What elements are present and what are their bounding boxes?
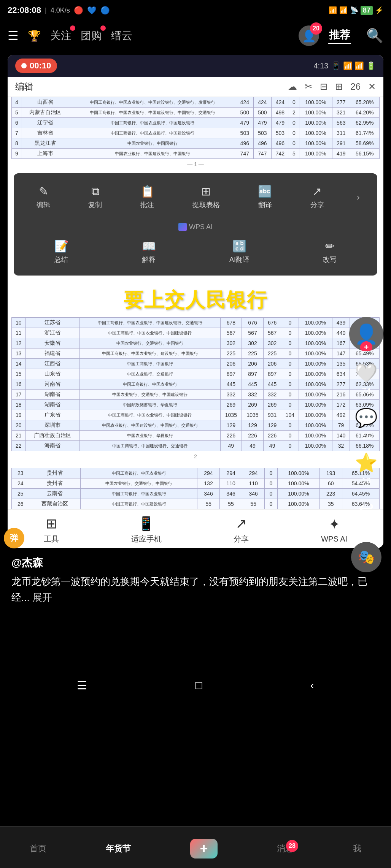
rewrite-icon: ✏ bbox=[325, 239, 335, 253]
doc-card: 00:10 4:13 📱 📶 📶 🔋 编辑 ☁ ✂ ⊟ ⊞ 26 ✕ bbox=[8, 55, 383, 548]
table-row: 19广东省中国工商银行、中国农业银行、中国建设银行 10351035931104… bbox=[12, 410, 380, 420]
menu-row-1: ✎ 编辑 ⧉ 复制 📋 批注 ⊞ 提取表格 🔤 翻译 bbox=[17, 179, 374, 215]
search-icon[interactable]: 🔍 bbox=[366, 28, 383, 44]
sidebar-share[interactable]: ↩ 21 bbox=[359, 497, 374, 531]
coin-icon[interactable]: 🏆 bbox=[28, 30, 41, 42]
sidebar-comment[interactable]: 💬 16 bbox=[355, 407, 378, 441]
rec-time-info: 4:13 📱 📶 📶 🔋 bbox=[313, 61, 376, 70]
follow-plus-icon[interactable]: + bbox=[360, 341, 372, 351]
table-row: 8黑龙江省中国农业银行、中国国银行 4964964960100.00%29158… bbox=[12, 138, 380, 149]
doc-tool-share[interactable]: ↗ 分享 bbox=[234, 516, 249, 544]
signal-icon: 📶 bbox=[329, 6, 337, 14]
edit-toolbar: 编辑 ☁ ✂ ⊟ ⊞ 26 ✕ bbox=[8, 77, 383, 97]
doc-tool-tools[interactable]: ⊞ 工具 bbox=[44, 516, 59, 544]
favorites-count: 16 bbox=[362, 476, 371, 486]
home-label: 首页 bbox=[30, 843, 46, 854]
nav-item-group[interactable]: 团购 bbox=[81, 29, 102, 43]
sidebar-like[interactable]: 🤍 74 bbox=[355, 363, 378, 396]
menu-divider bbox=[17, 218, 374, 218]
doc-tool-fit[interactable]: 📱 适应手机 bbox=[131, 516, 162, 544]
table-row: 16河南省中国工商银行、中国农业银行 4454454450100.00%2776… bbox=[12, 379, 380, 390]
nav-messages[interactable]: 消息 28 bbox=[277, 843, 294, 854]
menu-copy[interactable]: ⧉ 复制 bbox=[83, 182, 107, 212]
wpsai-label: WPS AI bbox=[321, 535, 347, 543]
table-row: 13福建省中国工商银行、中国农业银行、建设银行、中国银行 22522522501… bbox=[12, 348, 380, 359]
num-icon[interactable]: 26 bbox=[350, 81, 361, 92]
nav-item-local[interactable]: 缙云 bbox=[111, 29, 132, 43]
table-area-1: 4山西省中国工商银行、中国农业银行、中国建设银行、交通银行、发展银行 42442… bbox=[8, 97, 383, 169]
danmu-badge[interactable]: 弹 bbox=[4, 528, 24, 548]
translate-menu-label: 翻译 bbox=[258, 200, 272, 209]
table-row: 7吉林省中国工商银行、中国农业银行、中国建设银行 5035035030100.0… bbox=[12, 128, 380, 138]
likes-count: 74 bbox=[362, 386, 371, 396]
cloud-icon[interactable]: ☁ bbox=[288, 81, 297, 92]
table-row: 5内蒙古自治区中国工商银行、中国农业银行、中国建设银行、中国银行、交通银行 50… bbox=[12, 108, 380, 118]
table-row: 12安徽省中国农业银行、交通银行、中国银行 3023023020100.00%1… bbox=[12, 338, 380, 348]
share-icon: ↗ bbox=[235, 516, 247, 532]
menu-icon[interactable]: ☰ bbox=[8, 29, 19, 43]
split-icon[interactable]: ⊟ bbox=[320, 81, 327, 92]
status-time: 22:08:08 bbox=[8, 5, 41, 15]
group-badge bbox=[100, 25, 106, 31]
status-bar: 22:08:08 | 4.0K/s 🔴 💙 🔵 📶 📶 📡 87 ⚡ bbox=[0, 0, 391, 21]
table-row: 6辽宁省中国工商银行、中国农业银行、中国建设银行 4794794790100.0… bbox=[12, 118, 380, 128]
menu-row-2: 📝 总结 📖 解释 🔡 AI翻译 ✏ 改写 bbox=[17, 234, 374, 269]
menu-rewrite[interactable]: ✏ 改写 bbox=[318, 237, 342, 266]
table-row: 18湖南省中国邮政储蓄银行、华夏银行 2692692690100.00%1726… bbox=[12, 400, 380, 410]
scissor-icon[interactable]: ✂ bbox=[305, 81, 312, 92]
nav-item-follow[interactable]: 关注 bbox=[50, 29, 72, 43]
table-row: 25云南省中国工商银行、中国农业银行 3463463460100.00%2236… bbox=[12, 489, 380, 499]
menu-translate[interactable]: 🔤 翻译 bbox=[253, 182, 277, 212]
heart-icon: 🤍 bbox=[355, 363, 378, 384]
sidebar-favorite[interactable]: ⭐ 16 bbox=[355, 452, 378, 486]
menu-ai-translate[interactable]: 🔡 AI翻译 bbox=[224, 237, 255, 266]
nav-home[interactable]: 首页 bbox=[30, 843, 46, 854]
post-author: @杰森 bbox=[11, 556, 380, 570]
edit-label[interactable]: 编辑 bbox=[15, 81, 33, 93]
context-menu: ✎ 编辑 ⧉ 复制 📋 批注 ⊞ 提取表格 🔤 翻译 bbox=[14, 173, 377, 276]
menu-extract-table[interactable]: ⊞ 提取表格 bbox=[187, 182, 225, 212]
wpsai-icon: ✦ bbox=[329, 516, 340, 532]
nav-festival[interactable]: 年货节 bbox=[106, 843, 131, 854]
festival-label: 年货节 bbox=[106, 843, 131, 854]
nav-profile[interactable]: 我 bbox=[353, 843, 361, 854]
extract-table-label: 提取表格 bbox=[192, 200, 220, 209]
rec-dot bbox=[21, 63, 27, 68]
phone-back-icon[interactable]: ‹ bbox=[310, 679, 314, 692]
extract-table-icon: ⊞ bbox=[201, 185, 211, 198]
phone-menu-icon[interactable]: ☰ bbox=[77, 679, 87, 692]
table-row: 11浙江省中国工商银行、中国农业银行、中国建设银行 5675675670100.… bbox=[12, 328, 380, 338]
close-icon[interactable]: ✕ bbox=[368, 81, 376, 92]
phone-home-icon[interactable]: □ bbox=[195, 679, 202, 692]
share-menu-label: 分享 bbox=[310, 200, 324, 209]
sidebar-small-avatar[interactable]: 🎭 bbox=[351, 542, 381, 572]
sidebar-user-avatar[interactable]: 👤 + bbox=[349, 317, 383, 351]
menu-summary[interactable]: 📝 总结 bbox=[49, 237, 74, 266]
right-sidebar: 👤 + 🤍 74 💬 16 ⭐ 16 ↩ 21 🎭 bbox=[349, 317, 383, 572]
table-row: 20深圳市中国农业银行、中国建设银行、中国银行、交通银行 12912912901… bbox=[12, 420, 380, 431]
ai-translate-label: AI翻译 bbox=[229, 255, 250, 264]
nav-avatar-wrap[interactable]: 👤 20 bbox=[299, 25, 319, 46]
top-nav: ☰ 🏆 关注 团购 缙云 👤 20 推荐 🔍 bbox=[0, 21, 391, 51]
menu-annotate[interactable]: 📋 批注 bbox=[135, 182, 160, 212]
menu-explain[interactable]: 📖 解释 bbox=[137, 237, 161, 266]
table-area-3: 23贵州省中国工商银行、中国农业银行 2942942940100.00%1936… bbox=[8, 468, 383, 509]
table-row: 9上海市中国农业银行、中国建设银行、中国银行 7477477425100.00%… bbox=[12, 149, 380, 159]
comments-count: 16 bbox=[362, 431, 371, 441]
messages-badge: 28 bbox=[286, 840, 298, 852]
post-info: @杰森 龙币龙钞第一波预约的兑换期今天就结束了，没有预约到的朋友关注第二波吧，已… bbox=[8, 548, 383, 609]
data-table-3: 23贵州省中国工商银行、中国农业银行 2942942940100.00%1936… bbox=[11, 468, 380, 509]
nav-add[interactable]: + bbox=[190, 839, 218, 858]
table-row: 26西藏自治区中国工商银行、中国建设银行 5555550100.00%3563.… bbox=[12, 499, 380, 509]
comment-icon: 💬 bbox=[355, 407, 378, 429]
table-row: 22海南省中国工商银行、中国建设银行、交通银行 4949490100.00%32… bbox=[12, 441, 380, 451]
menu-edit[interactable]: ✎ 编辑 bbox=[31, 182, 56, 212]
expand-button[interactable]: 展开 bbox=[32, 592, 52, 603]
rewrite-label: 改写 bbox=[323, 255, 337, 264]
grid-icon[interactable]: ⊞ bbox=[335, 81, 343, 92]
edit-menu-label: 编辑 bbox=[37, 200, 50, 209]
menu-arrow[interactable]: › bbox=[357, 192, 360, 203]
menu-share[interactable]: ↗ 分享 bbox=[305, 182, 329, 212]
doc-tool-wpsai[interactable]: ✦ WPS AI bbox=[321, 516, 347, 543]
nav-recommend[interactable]: 推荐 bbox=[328, 28, 351, 44]
